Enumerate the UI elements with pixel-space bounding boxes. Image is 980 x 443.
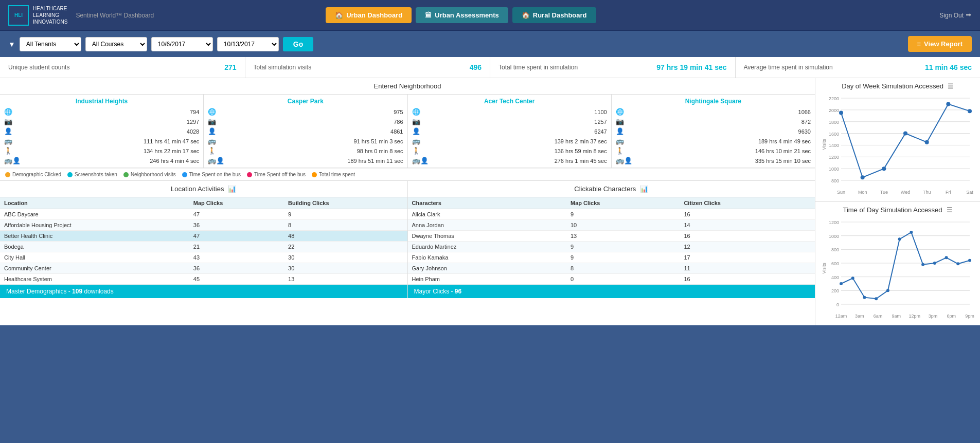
svg-text:400: 400 xyxy=(831,275,839,280)
stat-icon: 👤 xyxy=(4,127,12,135)
table-row: Bodega2122 xyxy=(0,242,407,252)
svg-text:1800: 1800 xyxy=(829,120,839,125)
svg-point-58 xyxy=(886,289,889,292)
tod-chart-title: Time of Day Simulation Accessed ☰ xyxy=(819,206,976,214)
stat-val: 786 xyxy=(394,119,403,125)
stat-val: 4028 xyxy=(187,128,199,135)
neighborhood-stat-row: 📷1297 xyxy=(4,117,199,126)
neighborhood-industrial-heights: Industrial Heights🌐794📷1297👤4028🚌111 hrs… xyxy=(0,95,204,168)
sign-out-button[interactable]: Sign Out ⮕ xyxy=(939,12,972,19)
svg-point-27 xyxy=(903,132,907,136)
neighborhood-stat-row: 📷786 xyxy=(208,117,403,126)
date-from-select[interactable]: 10/6/2017 xyxy=(151,37,213,51)
svg-text:1400: 1400 xyxy=(829,143,839,148)
svg-point-54 xyxy=(840,282,843,285)
svg-point-30 xyxy=(968,109,972,113)
legend-dot xyxy=(247,172,252,177)
neighborhood-stat-row: 🚶134 hrs 22 min 17 sec xyxy=(4,146,199,156)
legend-label: Time Spent off the bus xyxy=(254,172,306,177)
legend-item: Total time spent xyxy=(312,172,355,177)
map-clicks: 36 xyxy=(189,263,284,274)
svg-text:2000: 2000 xyxy=(829,108,839,113)
view-report-button[interactable]: ≡ View Report xyxy=(908,36,972,52)
urban-dashboard-button[interactable]: 🏠 Urban Dashboard xyxy=(326,7,412,23)
neighborhood-stat-row: 🚶146 hrs 10 min 21 sec xyxy=(616,146,811,156)
tenant-select[interactable]: All Tenants xyxy=(20,37,81,51)
citizen-clicks: 16 xyxy=(680,209,815,220)
character-col-header: Characters xyxy=(408,197,566,209)
go-button[interactable]: Go xyxy=(283,37,313,51)
character-table: Characters Map Clicks Citizen Clicks Ali… xyxy=(408,197,815,285)
map-clicks: 47 xyxy=(189,231,284,242)
stat-total-visits: Total simulation visits 496 xyxy=(245,57,491,78)
stat-val: 91 hrs 51 min 3 sec xyxy=(354,138,403,144)
map-clicks: 9 xyxy=(566,252,680,263)
tod-chart: 020040060080010001200Visits12am3am6am9am… xyxy=(819,217,976,320)
location-name: Community Center xyxy=(0,263,189,274)
stat-val: 975 xyxy=(394,109,403,115)
legend-label: Screenshots taken xyxy=(75,172,117,177)
table-row: Fabio Kamaka917 xyxy=(408,252,815,263)
map-clicks: 13 xyxy=(566,231,680,242)
legend-dot xyxy=(182,172,187,177)
location-table: Location Map Clicks Building Clicks ABC … xyxy=(0,197,407,285)
table-row: Eduardo Martinez912 xyxy=(408,242,815,252)
date-to-select[interactable]: 10/13/2017 xyxy=(217,37,279,51)
table-row: Better Health Clinic4748 xyxy=(0,231,407,242)
stat-icon: 🚌👤 xyxy=(208,157,224,164)
stat-val: 6247 xyxy=(594,128,607,135)
svg-text:9am: 9am xyxy=(892,313,901,319)
stat-icon: 👤 xyxy=(208,127,216,135)
character-name: Hein Pham xyxy=(408,274,566,285)
svg-point-26 xyxy=(882,167,886,171)
table-row: Alicia Clark916 xyxy=(408,209,815,220)
dow-menu-icon[interactable]: ☰ xyxy=(948,82,954,90)
urban-assessments-button[interactable]: 🏛 Urban Assessments xyxy=(416,7,508,23)
legend-dot xyxy=(5,172,10,177)
urban-assessments-icon: 🏛 xyxy=(425,11,432,19)
character-name: Alicia Clark xyxy=(408,209,566,220)
rural-dashboard-button[interactable]: 🏠 Rural Dashboard xyxy=(512,7,596,23)
neighborhood-stat-row: 🚌👤246 hrs 4 min 4 sec xyxy=(4,156,199,165)
stat-icon: 🚌 xyxy=(4,137,12,145)
character-map-col-header: Map Clicks xyxy=(566,197,680,209)
neighborhood-stat-row: 📷872 xyxy=(616,117,811,126)
stat-val: 139 hrs 2 min 37 sec xyxy=(555,138,607,144)
stat-avg-time: Average time spent in simulation 11 min … xyxy=(736,57,981,78)
svg-point-29 xyxy=(946,102,950,106)
stat-val: 1100 xyxy=(594,109,607,115)
nav-buttons: 🏠 Urban Dashboard 🏛 Urban Assessments 🏠 … xyxy=(326,7,596,23)
svg-point-57 xyxy=(875,297,878,300)
location-table-title: Location Activities 📊 xyxy=(0,181,407,197)
stat-icon: 🚌👤 xyxy=(412,157,429,164)
course-select[interactable]: All Courses xyxy=(85,37,147,51)
table-row: Gary Johnson811 xyxy=(408,263,815,274)
character-name: Eduardo Martinez xyxy=(408,242,566,252)
citizen-clicks: 14 xyxy=(680,220,815,231)
stat-icon: 📷 xyxy=(4,118,12,125)
stat-val: 1257 xyxy=(594,119,607,125)
stat-icon: 🚶 xyxy=(4,147,12,155)
tod-menu-icon[interactable]: ☰ xyxy=(947,206,953,214)
neighborhood-stat-row: 🌐1100 xyxy=(412,107,607,117)
stat-val: 98 hrs 0 min 8 sec xyxy=(357,148,403,154)
stat-val: 189 hrs 51 min 11 sec xyxy=(347,158,403,164)
character-chart-icon[interactable]: 📊 xyxy=(640,185,648,193)
svg-point-61 xyxy=(921,263,924,266)
location-chart-icon[interactable]: 📊 xyxy=(228,185,236,193)
stat-icon: 👤 xyxy=(412,127,420,135)
table-row: Dwayne Thomas1316 xyxy=(408,231,815,242)
table-row: City Hall4330 xyxy=(0,252,407,263)
svg-point-25 xyxy=(861,175,865,179)
citizen-clicks: 16 xyxy=(680,274,815,285)
svg-text:Wed: Wed xyxy=(901,190,910,195)
rural-dashboard-icon: 🏠 xyxy=(522,11,530,19)
legend-item: Neighborhood visits xyxy=(123,172,176,177)
legend-label: Demographic Clicked xyxy=(12,172,61,177)
location-name: City Hall xyxy=(0,252,189,263)
stat-val: 276 hrs 1 min 45 sec xyxy=(555,158,607,164)
character-name: Dwayne Thomas xyxy=(408,231,566,242)
neighborhood-stat-row: 🌐1066 xyxy=(616,107,811,117)
stat-icon: 🚶 xyxy=(208,147,216,155)
stat-icon: 🚌👤 xyxy=(616,157,632,164)
